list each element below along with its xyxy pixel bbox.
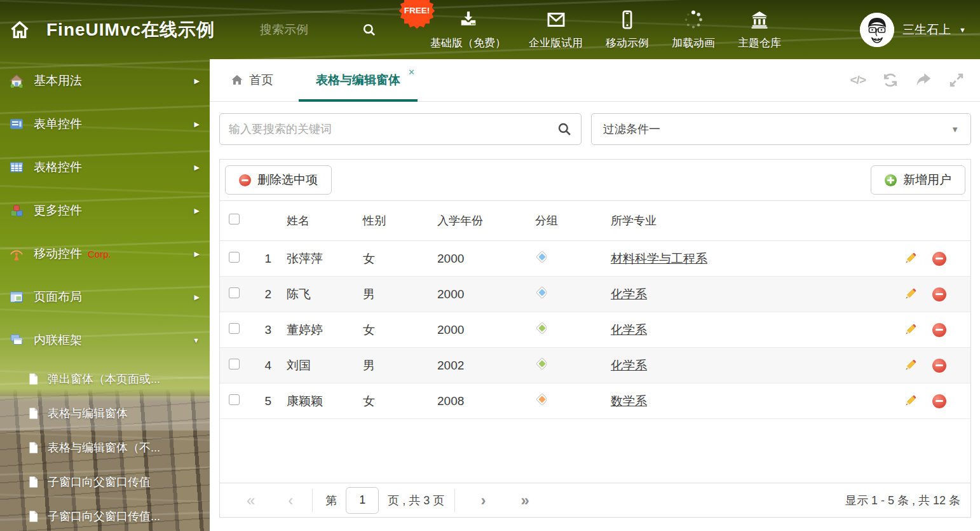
delete-row-icon[interactable] bbox=[932, 252, 946, 266]
sidebar-item-more-controls[interactable]: 更多控件 ▶ bbox=[0, 189, 210, 232]
cell-gender: 女 bbox=[357, 322, 430, 338]
major-link[interactable]: 化学系 bbox=[611, 323, 647, 336]
bank-icon bbox=[749, 10, 770, 30]
layout-icon bbox=[9, 289, 24, 305]
expand-icon[interactable] bbox=[948, 72, 965, 88]
edit-pencil-icon[interactable] bbox=[903, 251, 918, 266]
table-icon bbox=[9, 160, 24, 175]
delete-row-icon[interactable] bbox=[932, 323, 946, 337]
nav-basic-edition[interactable]: FREE! 基础版（免费） bbox=[419, 10, 517, 50]
table-body: 1 张萍萍 女 2000 材料科学与工程系 bbox=[220, 241, 970, 419]
tag-icon bbox=[535, 392, 549, 406]
add-user-button[interactable]: 新增用户 bbox=[871, 165, 965, 195]
refresh-icon[interactable] bbox=[882, 72, 899, 88]
nav-loading-animation[interactable]: 加载动画 bbox=[660, 10, 726, 50]
divider bbox=[454, 489, 455, 512]
sidebar-item-label: 基本用法 bbox=[34, 72, 82, 89]
delete-selected-button[interactable]: 删除选中项 bbox=[225, 165, 332, 195]
sidebar-subitem-grid-edit-window-2[interactable]: 表格与编辑窗体（不... bbox=[0, 431, 210, 465]
row-checkbox[interactable] bbox=[229, 394, 240, 405]
chevron-down-icon[interactable]: ▼ bbox=[959, 26, 966, 34]
pagination-bar: « ‹ 第 页 , 共 3 页 › » 显示 1 - 5 条 , 共 12 条 bbox=[220, 483, 970, 517]
major-link[interactable]: 化学系 bbox=[611, 287, 647, 301]
page-next-icon[interactable]: › bbox=[480, 493, 486, 508]
delete-row-icon[interactable] bbox=[932, 359, 946, 373]
page-first-icon[interactable]: « bbox=[247, 493, 255, 508]
close-icon[interactable]: ✕ bbox=[408, 67, 415, 77]
sidebar-subitem-grid-edit-window[interactable]: 表格与编辑窗体 bbox=[0, 396, 210, 431]
row-checkbox[interactable] bbox=[229, 287, 240, 298]
avatar[interactable] bbox=[860, 13, 894, 47]
sidebar-item-form-controls[interactable]: 表单控件 ▶ bbox=[0, 102, 210, 146]
sidebar-item-grid-controls[interactable]: 表格控件 ▶ bbox=[0, 146, 210, 189]
row-checkbox[interactable] bbox=[229, 323, 240, 334]
sidebar-subitem-popup-window[interactable]: 弹出窗体（本页面或... bbox=[0, 362, 210, 396]
delete-row-icon[interactable] bbox=[932, 394, 946, 408]
nav-theme-store[interactable]: 主题仓库 bbox=[726, 10, 793, 50]
chevron-right-icon: ▶ bbox=[194, 250, 200, 258]
column-header-name: 姓名 bbox=[280, 213, 357, 228]
major-link[interactable]: 数学系 bbox=[611, 394, 647, 408]
table-row: 4 刘国 男 2002 化学系 bbox=[220, 348, 970, 383]
cubes-icon bbox=[9, 203, 24, 218]
grid-toolbar: 删除选中项 新增用户 bbox=[220, 160, 970, 200]
page-last-icon[interactable]: » bbox=[521, 493, 529, 508]
table-row: 2 陈飞 男 2000 化学系 bbox=[220, 277, 970, 312]
main-panel: 首页 表格与编辑窗体 ✕ </> bbox=[210, 59, 980, 531]
edit-pencil-icon[interactable] bbox=[903, 358, 918, 373]
app-header: FineUIMvc在线示例 FREE! 基础版（免费） bbox=[0, 0, 980, 59]
page-icon bbox=[27, 407, 39, 420]
major-link[interactable]: 材料科学与工程系 bbox=[611, 252, 707, 265]
nav-enterprise-trial[interactable]: 企业版试用 bbox=[517, 10, 594, 50]
page-number-input[interactable] bbox=[346, 487, 379, 514]
user-menu[interactable]: 三生石上 ▼ bbox=[860, 13, 966, 47]
tab-bar: 首页 表格与编辑窗体 ✕ </> bbox=[210, 59, 980, 102]
keyword-search-input[interactable] bbox=[220, 114, 547, 144]
tab-home[interactable]: 首页 bbox=[231, 72, 273, 88]
delete-row-icon[interactable] bbox=[932, 287, 946, 301]
header-search[interactable] bbox=[259, 22, 393, 38]
edit-pencil-icon[interactable] bbox=[903, 394, 918, 408]
sidebar: 基本用法 ▶ 表单控件 ▶ 表格控件 ▶ 更多控件 ▶ bbox=[0, 59, 210, 531]
tag-icon bbox=[535, 321, 549, 335]
sidebar-item-iframe[interactable]: 内联框架 ▼ bbox=[0, 319, 210, 362]
house-icon bbox=[9, 73, 24, 88]
search-icon[interactable] bbox=[557, 121, 572, 137]
sidebar-subitem-child-to-parent-2[interactable]: 子窗口向父窗口传值... bbox=[0, 499, 210, 531]
cell-gender: 男 bbox=[357, 357, 430, 374]
form-icon bbox=[9, 116, 24, 132]
corp-badge: Corp. bbox=[88, 249, 111, 259]
sidebar-item-basic-usage[interactable]: 基本用法 ▶ bbox=[0, 59, 210, 102]
search-icon[interactable] bbox=[362, 22, 376, 37]
select-all-checkbox[interactable] bbox=[229, 214, 240, 224]
user-name: 三生石上 bbox=[902, 22, 951, 38]
filter-dropdown[interactable]: 过滤条件一 ▼ bbox=[591, 113, 971, 145]
row-checkbox[interactable] bbox=[229, 252, 240, 263]
page-prev-icon[interactable]: ‹ bbox=[288, 493, 293, 508]
sidebar-subitem-child-to-parent[interactable]: 子窗口向父窗口传值 bbox=[0, 465, 210, 499]
sidebar-item-label: 表单控件 bbox=[34, 116, 82, 132]
sidebar-item-label: 页面布局 bbox=[34, 289, 82, 305]
row-index: 3 bbox=[252, 323, 280, 337]
sidebar-subitem-label: 表格与编辑窗体（不... bbox=[48, 440, 160, 455]
row-index: 5 bbox=[252, 394, 280, 408]
tag-icon bbox=[535, 286, 549, 300]
page-label-total: 页 , 共 3 页 bbox=[388, 493, 444, 508]
major-link[interactable]: 化学系 bbox=[611, 359, 647, 372]
brand[interactable]: FineUIMvc在线示例 bbox=[10, 18, 259, 42]
sidebar-item-label: 表格控件 bbox=[34, 159, 82, 176]
sidebar-item-page-layout[interactable]: 页面布局 ▶ bbox=[0, 275, 210, 319]
row-index: 2 bbox=[252, 287, 280, 301]
row-checkbox[interactable] bbox=[229, 359, 240, 369]
source-code-icon[interactable]: </> bbox=[850, 73, 866, 87]
share-icon[interactable] bbox=[915, 72, 932, 88]
nav-mobile-demo[interactable]: 移动示例 bbox=[594, 10, 660, 50]
header-search-input[interactable] bbox=[259, 22, 362, 38]
button-label: 删除选中项 bbox=[257, 172, 318, 188]
edit-pencil-icon[interactable] bbox=[903, 322, 918, 337]
sidebar-item-mobile-controls[interactable]: 移动控件 Corp. ▶ bbox=[0, 232, 210, 275]
nav-label: 加载动画 bbox=[672, 36, 715, 50]
page-icon bbox=[27, 510, 39, 523]
tab-grid-edit-window[interactable]: 表格与编辑窗体 ✕ bbox=[299, 59, 418, 101]
edit-pencil-icon[interactable] bbox=[903, 287, 918, 301]
